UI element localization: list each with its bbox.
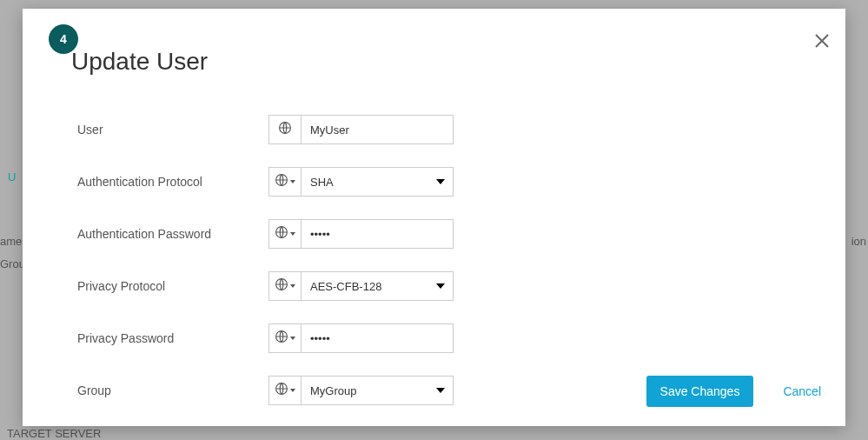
auth-protocol-select[interactable] <box>301 167 454 197</box>
save-button[interactable]: Save Changes <box>646 376 754 407</box>
row-user: User <box>77 115 486 144</box>
form: User Authentication Protocol Authenticat… <box>77 115 486 428</box>
label-group: Group <box>77 383 268 397</box>
bg-col-group: Grou <box>0 257 25 270</box>
chevron-down-icon <box>290 337 295 340</box>
scope-toggle-auth-password[interactable] <box>268 219 301 249</box>
row-privacy-password: Privacy Password <box>77 323 486 353</box>
row-auth-protocol: Authentication Protocol <box>77 167 486 197</box>
row-privacy-protocol: Privacy Protocol <box>77 271 486 301</box>
step-number: 4 <box>60 32 67 46</box>
label-user: User <box>77 123 268 137</box>
globe-icon <box>275 225 288 243</box>
chevron-down-icon <box>290 232 295 236</box>
chevron-down-icon <box>290 284 295 288</box>
label-privacy-protocol: Privacy Protocol <box>77 279 268 293</box>
scope-toggle-auth-protocol[interactable] <box>268 167 301 197</box>
bg-tab-text: U <box>8 170 16 183</box>
globe-icon <box>275 330 288 347</box>
privacy-protocol-select[interactable] <box>301 271 454 301</box>
user-input[interactable] <box>301 115 454 144</box>
modal-footer: Save Changes Cancel <box>646 376 821 407</box>
bg-col-right: ion <box>851 235 866 248</box>
bg-col-name: ame <box>0 235 22 248</box>
label-auth-password: Authentication Password <box>77 227 268 241</box>
globe-icon <box>275 277 288 295</box>
row-auth-password: Authentication Password <box>77 219 486 249</box>
group-select[interactable] <box>301 376 454 405</box>
scope-toggle-group[interactable] <box>268 376 301 405</box>
privacy-password-input[interactable] <box>301 323 454 353</box>
auth-password-input[interactable] <box>301 219 454 249</box>
cancel-button[interactable]: Cancel <box>783 384 821 398</box>
modal-title: Update User <box>71 48 208 76</box>
close-icon <box>814 33 830 49</box>
bg-target-server: TARGET SERVER <box>7 427 101 440</box>
globe-icon <box>275 173 288 190</box>
globe-icon <box>275 382 288 399</box>
chevron-down-icon <box>290 389 295 392</box>
scope-toggle-privacy-password[interactable] <box>268 323 301 353</box>
row-group: Group <box>77 376 486 405</box>
close-button[interactable] <box>814 33 830 52</box>
label-privacy-password: Privacy Password <box>77 331 268 345</box>
scope-toggle-privacy-protocol[interactable] <box>268 271 301 301</box>
globe-icon <box>278 121 292 138</box>
chevron-down-icon <box>290 180 295 183</box>
scope-toggle-user[interactable] <box>268 115 301 144</box>
label-auth-protocol: Authentication Protocol <box>77 175 268 189</box>
update-user-modal: 4 Update User User Authentication Protoc… <box>23 9 845 426</box>
